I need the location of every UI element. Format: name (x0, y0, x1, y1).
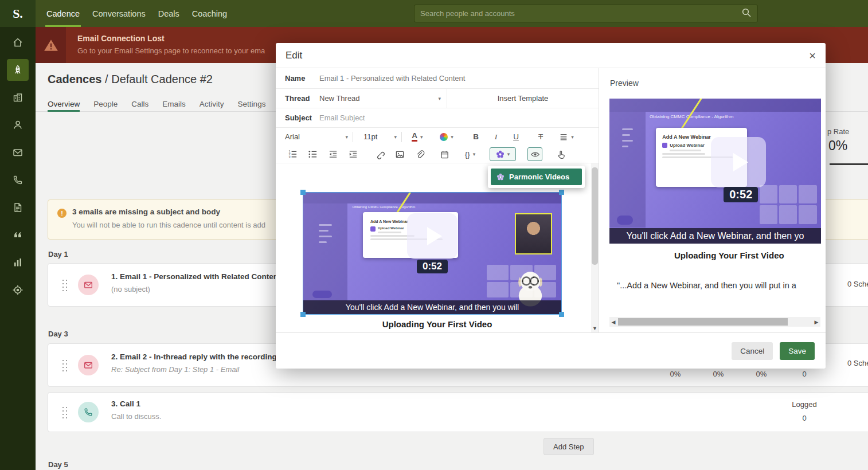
tab-settings[interactable]: Settings (238, 96, 266, 111)
live-target-icon[interactable] (7, 279, 29, 301)
warning-triangle-icon (36, 27, 66, 63)
email-body-editor[interactable]: Obtaining CMMC Compliance - Algorithm Ad… (276, 163, 599, 332)
insert-link-button[interactable] (372, 147, 387, 161)
add-step-button[interactable]: Add Step (544, 438, 594, 455)
video-duration-badge: 0:52 (417, 260, 448, 273)
save-button[interactable]: Save (780, 342, 815, 360)
insert-template-button[interactable]: Insert Template (447, 94, 599, 103)
breadcrumb-cadences-link[interactable]: Cadences (48, 73, 102, 85)
upload-icon (662, 143, 667, 148)
sidebar: S. (0, 0, 36, 470)
italic-button[interactable]: I (488, 130, 503, 144)
phone-icon[interactable] (7, 169, 29, 191)
chevron-down-icon (451, 134, 453, 140)
step-subtitle: (no subject) (111, 285, 150, 293)
text-color-button[interactable]: A (410, 130, 425, 144)
menu-item-parmonic-videos[interactable]: Parmonic Videos (491, 169, 582, 185)
cancel-button[interactable]: Cancel (732, 342, 773, 360)
scroll-left-arrow-icon[interactable] (609, 317, 617, 327)
tab-overview[interactable]: Overview (48, 96, 80, 111)
conversations-quote-icon[interactable] (7, 224, 29, 246)
preview-eye-button[interactable] (527, 147, 542, 161)
insert-image-button[interactable] (392, 147, 407, 161)
interactive-hand-button[interactable] (553, 147, 568, 161)
drag-handle[interactable] (61, 279, 68, 291)
search-icon[interactable] (741, 7, 752, 20)
font-size-select[interactable]: 11pt (363, 132, 397, 141)
modal-header: Edit (276, 43, 826, 68)
selection-handle[interactable] (300, 312, 306, 317)
selection-handle[interactable] (300, 190, 306, 195)
cadence-rocket-icon[interactable] (7, 59, 29, 81)
underline-button[interactable]: U (509, 130, 523, 144)
alert-title: 3 emails are missing a subject and body (72, 207, 265, 216)
scroll-right-arrow-icon[interactable] (812, 317, 820, 327)
alignment-button[interactable] (559, 130, 574, 144)
home-icon[interactable] (7, 32, 29, 53)
tab-emails[interactable]: Emails (162, 96, 186, 111)
highlight-color-button[interactable] (439, 130, 454, 144)
scroll-down-arrow-icon[interactable] (591, 326, 599, 331)
ordered-list-button[interactable]: 123 (285, 147, 300, 161)
close-icon[interactable] (809, 50, 816, 61)
scrollbar-thumb[interactable] (592, 167, 598, 265)
presenter-webcam (515, 213, 552, 254)
email-form-pane: Name Email 1 - Personalized with Related… (276, 68, 599, 332)
nav-item-deals[interactable]: Deals (158, 0, 179, 27)
accounts-buildings-icon[interactable] (7, 87, 29, 108)
analytics-chart-icon[interactable] (7, 252, 29, 273)
modal-title: Edit (286, 50, 302, 61)
drag-handle[interactable] (61, 406, 68, 418)
step-title[interactable]: 2. Email 2 - In-thread reply with the re… (111, 352, 277, 361)
app-logo[interactable]: S. (0, 0, 36, 27)
thumb-chapter-text: Obtaining CMMC Compliance - Algorithm (353, 205, 416, 209)
merge-fields-button[interactable]: {} (463, 147, 478, 161)
name-field[interactable]: Email 1 - Personalized with Related Cont… (319, 74, 465, 83)
chevron-down-icon (345, 134, 348, 140)
outdent-button[interactable] (325, 147, 340, 161)
subject-row: Subject (276, 108, 599, 128)
tab-activity[interactable]: Activity (200, 96, 224, 111)
bold-button[interactable]: B (468, 130, 483, 144)
step-stat-reply: 0% (756, 370, 767, 378)
call-logged-block: Logged 0 (773, 400, 836, 422)
banner-subtitle: Go to your Email Settings page to reconn… (77, 46, 265, 55)
selection-handle[interactable] (559, 190, 564, 195)
tab-calls[interactable]: Calls (131, 96, 148, 111)
nav-item-cadence[interactable]: Cadence (46, 0, 80, 27)
email-icon[interactable] (7, 142, 29, 163)
step-title[interactable]: 3. Call 1 (111, 399, 140, 408)
thread-select[interactable]: New Thread (319, 94, 441, 103)
preview-horizontal-scrollbar[interactable] (609, 317, 820, 327)
editor-scrollbar[interactable] (591, 163, 599, 332)
selection-handle[interactable] (559, 312, 564, 317)
nav-item-coaching[interactable]: Coaching (192, 0, 227, 27)
logged-value: 0 (773, 414, 836, 422)
drag-handle[interactable] (61, 359, 68, 371)
step-title[interactable]: 1. Email 1 - Personalized with Related C… (111, 272, 281, 281)
subject-input[interactable] (319, 113, 599, 122)
parmonic-plugin-button[interactable] (490, 147, 516, 161)
scrollbar-thumb[interactable] (618, 318, 788, 326)
selected-video-embed[interactable]: Obtaining CMMC Compliance - Algorithm Ad… (303, 192, 562, 315)
preview-video-thumbnail: Obtaining CMMC Compliance - Algorithm Ad… (609, 99, 821, 244)
day-1-label: Day 1 (48, 250, 68, 258)
global-search (414, 5, 758, 22)
search-input[interactable] (420, 9, 741, 18)
people-icon[interactable] (7, 114, 29, 136)
tab-people[interactable]: People (93, 96, 118, 111)
breadcrumb-title: Default Cadence #2 (111, 73, 213, 85)
indent-button[interactable] (345, 147, 360, 161)
stat-rate-value: 0% (828, 138, 847, 154)
thumb-header-band (303, 193, 561, 203)
calendar-button[interactable] (437, 147, 452, 161)
font-family-select[interactable]: Arial (285, 132, 348, 141)
attachment-button[interactable] (412, 147, 427, 161)
strikethrough-button[interactable]: T (533, 130, 548, 144)
bullet-list-button[interactable] (305, 147, 320, 161)
email-step-icon (78, 355, 99, 375)
chevron-down-icon (438, 96, 441, 101)
nav-item-conversations[interactable]: Conversations (92, 0, 146, 27)
templates-doc-icon[interactable] (7, 197, 29, 218)
upload-webinar-label: Upload Webinar (670, 143, 705, 148)
